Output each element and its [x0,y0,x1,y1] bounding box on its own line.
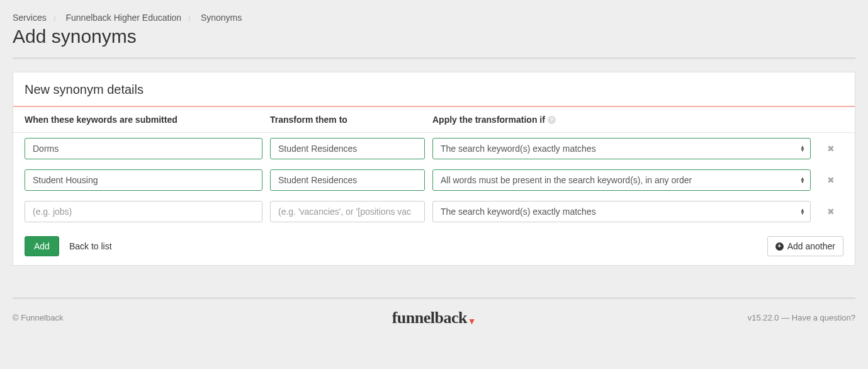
apply-select-value: The search keyword(s) exactly matches [441,207,596,217]
columns-header: When these keywords are submitted Transf… [13,107,855,133]
plus-circle-icon: + [775,242,784,251]
close-icon: ✖ [827,207,835,217]
footer-version[interactable]: v15.22.0 — Have a question? [748,313,855,322]
column-label-transform: Transform them to [270,115,432,125]
add-another-label: Add another [787,241,835,251]
breadcrumb-link-services[interactable]: Services [13,13,47,23]
synonym-panel: New synonym details When these keywords … [13,72,855,266]
keywords-input[interactable] [25,169,262,191]
divider [13,57,855,59]
close-icon: ✖ [827,175,835,185]
footer-copyright: © Funnelback [13,313,63,322]
chevron-right-icon: 〉 [53,14,60,22]
apply-select[interactable]: All words must be present in the search … [432,169,811,191]
synonym-row: The search keyword(s) exactly matches ▲▼… [13,196,855,227]
footer-brand-logo: funnelback▲ [392,309,476,327]
synonym-row: All words must be present in the search … [13,164,855,196]
synonym-row: The search keyword(s) exactly matches ▲▼… [13,133,855,164]
close-icon: ✖ [827,144,835,154]
breadcrumb: Services 〉 Funnelback Higher Education 〉… [13,13,855,23]
transform-input[interactable] [270,169,425,191]
select-arrows-icon: ▲▼ [800,177,805,183]
breadcrumb-link-synonyms[interactable]: Synonyms [201,13,242,23]
column-label-apply: Apply the transformation if ? [432,115,818,125]
back-to-list-link[interactable]: Back to list [69,241,112,251]
select-arrows-icon: ▲▼ [800,145,805,152]
add-another-button[interactable]: + Add another [767,236,843,256]
breadcrumb-link-collection[interactable]: Funnelback Higher Education [65,13,181,23]
column-label-apply-text: Apply the transformation if [432,115,545,125]
transform-input[interactable] [270,138,425,159]
apply-select-value: The search keyword(s) exactly matches [441,144,596,154]
chevron-right-icon: 〉 [188,14,194,22]
transform-input[interactable] [270,201,425,222]
column-label-keywords: When these keywords are submitted [25,115,270,125]
keywords-input[interactable] [25,201,262,222]
brand-accent-icon: ▲ [468,317,476,327]
keywords-input[interactable] [25,138,262,159]
remove-row-button[interactable]: ✖ [825,207,837,217]
add-button[interactable]: Add [25,236,59,256]
apply-select[interactable]: The search keyword(s) exactly matches ▲▼ [432,138,811,159]
panel-header: New synonym details [13,72,855,107]
apply-select-value: All words must be present in the search … [441,175,692,185]
apply-select[interactable]: The search keyword(s) exactly matches ▲▼ [432,201,811,222]
select-arrows-icon: ▲▼ [800,208,805,215]
page-footer: © Funnelback funnelback▲ v15.22.0 — Have… [13,297,855,322]
remove-row-button[interactable]: ✖ [825,144,837,154]
panel-footer: Add Back to list + Add another [13,227,855,265]
help-icon[interactable]: ? [548,116,556,124]
page-title: Add synonyms [13,26,855,47]
remove-row-button[interactable]: ✖ [825,175,837,185]
